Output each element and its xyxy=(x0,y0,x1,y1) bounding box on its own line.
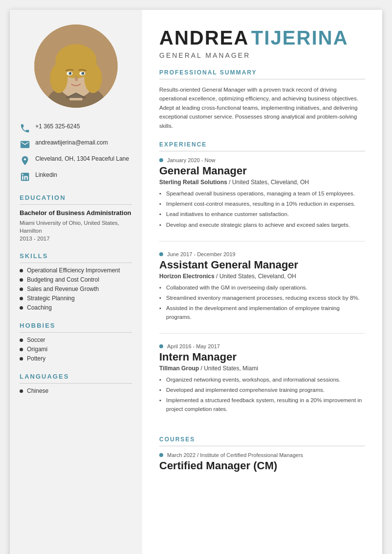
address-item: Cleveland, OH, 1304 Peaceful Lane xyxy=(20,155,132,166)
exp-date: April 2016 - May 2017 xyxy=(159,343,365,349)
right-column: ANDREA TIJERINA GENERAL MANAGER PROFESSI… xyxy=(142,10,382,554)
exp-company-name: Sterling Retail Solutions xyxy=(159,179,227,186)
skill-item: Strategic Planning xyxy=(20,295,132,302)
skill-item: Coaching xyxy=(20,304,132,311)
exp-date: January 2020 - Now xyxy=(159,157,365,163)
hobby-text: Pottery xyxy=(27,355,46,362)
bullet-icon xyxy=(20,297,23,300)
exp-date-text: April 2016 - May 2017 xyxy=(167,343,220,349)
skill-text: Strategic Planning xyxy=(27,295,74,302)
svg-point-12 xyxy=(81,72,84,75)
skill-text: Operational Efficiency Improvement xyxy=(27,267,120,274)
exp-date-dot xyxy=(159,344,163,348)
first-name: ANDREA xyxy=(159,27,249,48)
hobby-item: Pottery xyxy=(20,355,132,362)
svg-point-14 xyxy=(83,72,84,73)
languages-list: Chinese xyxy=(20,387,132,394)
exp-bullets: Spearhead overall business operations, m… xyxy=(159,190,365,229)
exp-bullet: Developed and implemented comprehensive … xyxy=(159,386,365,394)
svg-point-7 xyxy=(50,64,68,93)
exp-bullet: Assisted in the development and implemen… xyxy=(159,304,365,321)
phone-icon xyxy=(20,123,30,134)
svg-point-11 xyxy=(69,72,72,75)
skill-item: Budgeting and Cost Control xyxy=(20,276,132,283)
exp-separator: / United States, Miami xyxy=(200,365,258,372)
exp-bullet: Develop and execute strategic plans to a… xyxy=(159,221,365,229)
exp-company-line: Tillman Group / United States, Miami xyxy=(159,365,365,372)
exp-company-line: Sterling Retail Solutions / United State… xyxy=(159,179,365,186)
skill-item: Sales and Revenue Growth xyxy=(20,286,132,292)
edu-years: 2013 - 2017 xyxy=(20,236,132,241)
course-date-inst-text: March 2022 / Institute of Certified Prof… xyxy=(167,452,303,458)
exp-date-dot xyxy=(159,158,163,162)
course-item: March 2022 / Institute of Certified Prof… xyxy=(159,452,365,472)
exp-company-name: Tillman Group xyxy=(159,365,199,372)
bullet-icon xyxy=(20,348,23,351)
bullet-icon xyxy=(20,389,23,393)
exp-company-line: Horizon Electronics / United States, Cle… xyxy=(159,273,365,280)
phone-item: +1 365 325-6245 xyxy=(20,122,132,134)
bullet-icon xyxy=(20,338,23,342)
address-text: Cleveland, OH, 1304 Peaceful Lane xyxy=(35,155,129,163)
email-item: andreawtijerina@email.com xyxy=(20,139,132,150)
edu-school: Miami University of Ohio, United States,… xyxy=(20,219,132,235)
bullet-icon xyxy=(20,288,23,291)
name-block: ANDREA TIJERINA xyxy=(159,27,365,49)
hobbies-list: SoccerOrigamiPottery xyxy=(20,337,132,362)
course-date-inst: March 2022 / Institute of Certified Prof… xyxy=(159,452,365,458)
experience-item: June 2017 - December 2019Assistant Gener… xyxy=(159,251,365,334)
photo-section xyxy=(20,24,132,108)
contact-section: +1 365 325-6245 andreawtijerina@email.co… xyxy=(20,122,132,182)
exp-role: Intern Manager xyxy=(159,351,365,363)
linkedin-icon xyxy=(20,171,30,182)
summary-section: PROFESSIONAL SUMMARY Results-oriented Ge… xyxy=(159,69,365,130)
exp-bullet: Streamlined inventory management process… xyxy=(159,294,365,302)
courses-title: COURSES xyxy=(159,436,365,446)
exp-date-dot xyxy=(159,252,163,256)
bullet-icon xyxy=(20,278,23,282)
location-icon xyxy=(20,155,30,166)
hobbies-title: HOBBIES xyxy=(20,322,132,333)
languages-title: LANGUAGES xyxy=(20,373,132,384)
left-column: +1 365 325-6245 andreawtijerina@email.co… xyxy=(10,10,142,554)
skills-list: Operational Efficiency ImprovementBudget… xyxy=(20,267,132,311)
hobby-text: Soccer xyxy=(27,337,45,343)
skill-text: Coaching xyxy=(27,304,52,311)
experience-item: April 2016 - May 2017Intern ManagerTillm… xyxy=(159,343,365,425)
exp-bullet: Lead initiatives to enhance customer sat… xyxy=(159,210,365,218)
education-title: EDUCATION xyxy=(20,194,132,205)
exp-separator: / United States, Cleveland, OH xyxy=(216,273,296,280)
linkedin-text: Linkedin xyxy=(35,171,57,179)
exp-bullet: Collaborated with the GM in overseeing d… xyxy=(159,284,365,292)
phone-text: +1 365 325-6245 xyxy=(35,122,80,131)
svg-point-13 xyxy=(70,72,71,73)
bullet-icon xyxy=(20,306,23,310)
summary-text: Results-oriented General Manager with a … xyxy=(159,85,365,130)
experience-item: January 2020 - NowGeneral ManagerSterlin… xyxy=(159,157,365,241)
exp-date-text: January 2020 - Now xyxy=(167,157,215,163)
exp-bullets: Organized networking events, workshops, … xyxy=(159,376,365,413)
skill-item: Operational Efficiency Improvement xyxy=(20,267,132,274)
exp-role: Assistant General Manager xyxy=(159,259,365,271)
education-section: EDUCATION Bachelor of Business Administr… xyxy=(20,194,132,241)
exp-company-name: Horizon Electronics xyxy=(159,273,215,280)
languages-section: LANGUAGES Chinese xyxy=(20,373,132,394)
profile-photo xyxy=(34,24,118,108)
exp-role: General Manager xyxy=(159,165,365,177)
edu-degree: Bachelor of Business Administration xyxy=(20,209,132,217)
last-name: TIJERINA xyxy=(251,27,348,48)
bullet-icon xyxy=(20,269,23,272)
skill-text: Budgeting and Cost Control xyxy=(27,276,99,283)
resume-container: +1 365 325-6245 andreawtijerina@email.co… xyxy=(10,10,382,554)
exp-separator: / United States, Cleveland, OH xyxy=(229,179,309,186)
courses-list: March 2022 / Institute of Certified Prof… xyxy=(159,452,365,472)
exp-bullet: Implement cost-control measures, resulti… xyxy=(159,200,365,208)
courses-section: COURSES March 2022 / Institute of Certif… xyxy=(159,436,365,472)
course-dot xyxy=(159,453,163,457)
hobby-text: Origami xyxy=(27,346,48,353)
experience-title: EXPERIENCE xyxy=(159,141,365,151)
svg-point-8 xyxy=(84,64,102,93)
linkedin-item[interactable]: Linkedin xyxy=(20,171,132,182)
experience-section: EXPERIENCE January 2020 - NowGeneral Man… xyxy=(159,141,365,425)
language-text: Chinese xyxy=(27,387,49,394)
